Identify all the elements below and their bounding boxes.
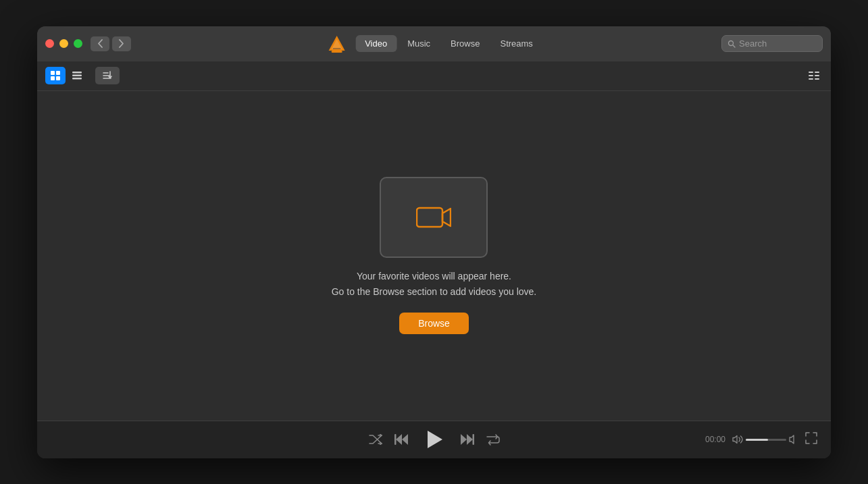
volume-slider[interactable]: [746, 439, 786, 441]
svg-rect-18: [815, 72, 819, 73]
player-controls: [369, 427, 500, 452]
maximize-button[interactable]: [74, 39, 82, 48]
empty-line2: Go to the Browse section to add videos y…: [332, 284, 537, 299]
titlebar: Video Music Browse Streams: [37, 26, 831, 61]
tab-video[interactable]: Video: [355, 35, 397, 52]
tab-streams[interactable]: Streams: [490, 35, 542, 52]
svg-rect-21: [809, 78, 813, 80]
tab-browse[interactable]: Browse: [441, 35, 489, 52]
svg-rect-9: [56, 76, 60, 80]
center-area: Video Music Browse Streams: [326, 33, 542, 55]
main-window: Video Music Browse Streams: [37, 26, 831, 458]
fast-forward-button[interactable]: [459, 433, 474, 446]
column-sort-button[interactable]: [805, 67, 823, 84]
player-right: 00:00: [705, 432, 817, 447]
sort-button[interactable]: [95, 67, 120, 84]
toolbar-left: [45, 67, 120, 84]
rewind-button[interactable]: [394, 433, 409, 446]
svg-rect-25: [472, 434, 474, 445]
minimize-button[interactable]: [59, 39, 68, 48]
svg-rect-7: [56, 71, 60, 75]
svg-rect-8: [51, 76, 55, 80]
svg-rect-19: [809, 75, 813, 76]
svg-rect-22: [815, 78, 819, 80]
repeat-button[interactable]: [486, 433, 500, 446]
svg-rect-24: [394, 434, 397, 445]
grid-view-button[interactable]: [45, 67, 66, 84]
empty-state: Your favorite videos will appear here. G…: [332, 177, 537, 334]
forward-button[interactable]: [112, 36, 131, 51]
volume-fill: [746, 439, 768, 441]
vlc-logo: [326, 33, 347, 55]
tab-music[interactable]: Music: [398, 35, 440, 52]
traffic-lights: [45, 39, 82, 48]
view-toggle-group: [45, 67, 87, 84]
svg-rect-2: [331, 51, 342, 53]
svg-rect-3: [332, 48, 340, 49]
speaker-icon: [789, 435, 798, 444]
volume-area: [732, 435, 798, 444]
svg-rect-10: [72, 72, 82, 74]
search-box[interactable]: [721, 35, 823, 52]
svg-rect-12: [72, 78, 82, 80]
video-placeholder: [380, 177, 488, 258]
svg-rect-17: [809, 72, 813, 73]
volume-icon: [732, 435, 743, 444]
toolbar-right: [805, 67, 823, 84]
svg-rect-23: [417, 208, 442, 227]
empty-line1: Your favorite videos will appear here.: [332, 269, 537, 284]
shuffle-button[interactable]: [369, 434, 382, 445]
toolbar: [37, 61, 831, 91]
empty-state-text: Your favorite videos will appear here. G…: [332, 269, 537, 299]
search-icon: [727, 40, 736, 48]
browse-button[interactable]: Browse: [399, 313, 469, 334]
fullscreen-button[interactable]: [805, 432, 817, 447]
list-view-button[interactable]: [67, 67, 87, 84]
search-input[interactable]: [739, 38, 817, 49]
back-button[interactable]: [91, 36, 109, 51]
play-button[interactable]: [422, 427, 447, 452]
svg-rect-6: [51, 71, 55, 75]
nav-arrows: [91, 36, 131, 51]
nav-tabs: Video Music Browse Streams: [355, 35, 542, 52]
player-bar: 00:00: [37, 421, 831, 458]
svg-line-5: [733, 45, 735, 47]
svg-rect-20: [815, 75, 819, 76]
time-display: 00:00: [705, 435, 725, 444]
close-button[interactable]: [45, 39, 54, 48]
svg-rect-11: [72, 75, 82, 77]
play-icon: [428, 431, 442, 448]
main-content: Your favorite videos will appear here. G…: [37, 91, 831, 421]
camera-icon: [416, 204, 451, 231]
